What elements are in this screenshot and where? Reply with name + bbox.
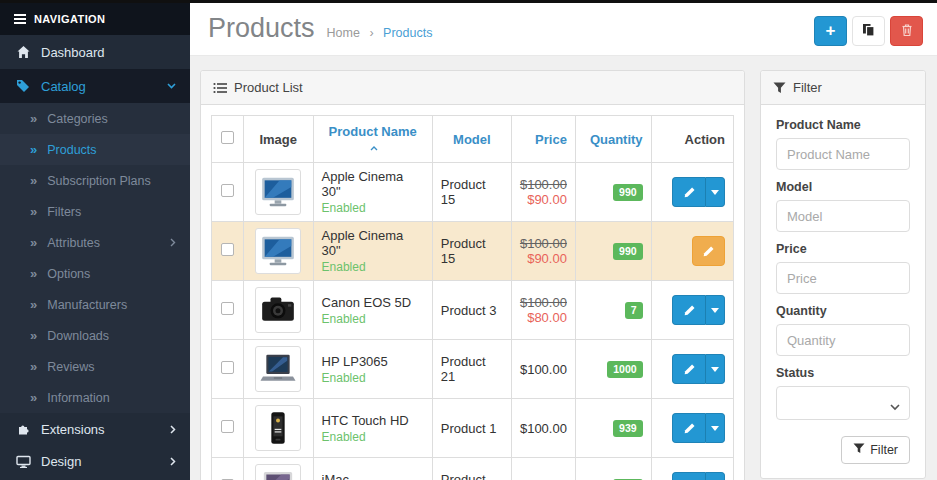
double-angle-icon: »	[30, 204, 37, 219]
row-checkbox[interactable]	[221, 361, 234, 374]
sidebar: NAVIGATION Dashboard Catalog »	[0, 3, 190, 480]
tag-icon	[14, 79, 32, 93]
product-image-apple-cinema	[255, 228, 301, 274]
sidebar-item-information[interactable]: » Information	[0, 382, 190, 413]
price-current: $100.00	[520, 421, 567, 436]
filter-label-model: Model	[776, 180, 910, 194]
sidebar-item-categories[interactable]: » Categories	[0, 103, 190, 134]
product-image-imac	[255, 464, 301, 480]
filter-funnel-icon	[773, 82, 786, 94]
price-old: $100.00	[520, 177, 567, 192]
edit-button-active[interactable]	[692, 236, 725, 266]
edit-button[interactable]	[672, 472, 705, 480]
filter-quantity-input[interactable]	[776, 324, 910, 356]
sidebar-item-label: Categories	[47, 112, 107, 126]
edit-dropdown-caret[interactable]	[705, 177, 725, 207]
filter-model-input[interactable]	[776, 200, 910, 232]
sidebar-item-label: Filters	[47, 205, 81, 219]
quantity-badge: 990	[613, 243, 643, 260]
product-name: iMac	[322, 472, 424, 480]
row-checkbox[interactable]	[221, 243, 234, 256]
sidebar-item-label: Downloads	[47, 329, 109, 343]
chevron-down-icon	[167, 83, 176, 89]
breadcrumb-products[interactable]: Products	[383, 26, 432, 40]
edit-dropdown-caret[interactable]	[705, 354, 725, 384]
double-angle-icon: »	[30, 173, 37, 188]
product-status: Enabled	[322, 201, 424, 215]
sidebar-item-filters[interactable]: » Filters	[0, 196, 190, 227]
delete-button[interactable]	[890, 16, 923, 46]
monitor-icon	[14, 455, 32, 468]
sidebar-item-design[interactable]: Design	[0, 445, 190, 477]
sidebar-item-attributes[interactable]: » Attributes	[0, 227, 190, 258]
column-header-action: Action	[651, 116, 733, 163]
quantity-badge: 1000	[607, 361, 642, 378]
row-checkbox[interactable]	[221, 302, 234, 315]
sidebar-item-manufacturers[interactable]: » Manufacturers	[0, 289, 190, 320]
edit-dropdown-caret[interactable]	[705, 295, 725, 325]
column-header-quantity[interactable]: Quantity	[590, 132, 643, 147]
product-status: Enabled	[322, 312, 424, 326]
sidebar-item-subscription-plans[interactable]: » Subscription Plans	[0, 165, 190, 196]
product-status: Enabled	[322, 430, 424, 444]
double-angle-icon: »	[30, 359, 37, 374]
table-row: HTC Touch HD Enabled Product 1 $100.00 9…	[212, 399, 734, 458]
filter-product-name-input[interactable]	[776, 138, 910, 170]
edit-button[interactable]	[672, 295, 705, 325]
edit-dropdown-caret[interactable]	[705, 413, 725, 443]
product-name: Canon EOS 5D	[322, 295, 424, 310]
quantity-badge: 990	[613, 184, 643, 201]
column-header-model[interactable]: Model	[453, 132, 491, 147]
edit-button[interactable]	[672, 354, 705, 384]
sidebar-item-products[interactable]: » Products	[0, 134, 190, 165]
filter-label-quantity: Quantity	[776, 304, 910, 318]
price-current: $90.00	[520, 192, 567, 207]
sidebar-header-label: NAVIGATION	[34, 13, 105, 25]
filter-label-price: Price	[776, 242, 910, 256]
edit-button[interactable]	[672, 177, 705, 207]
edit-dropdown-caret[interactable]	[705, 472, 725, 480]
filter-funnel-icon	[853, 443, 865, 457]
table-row-highlighted: Apple Cinema 30" Enabled Product 15 $100…	[212, 222, 734, 281]
column-header-product-name[interactable]: Product Name	[329, 124, 417, 139]
double-angle-icon: »	[30, 235, 37, 250]
content-area: Product List Image	[190, 56, 937, 480]
price-current: $100.00	[520, 362, 567, 377]
sidebar-item-dashboard[interactable]: Dashboard	[0, 35, 190, 69]
select-all-checkbox[interactable]	[221, 131, 234, 144]
copy-icon	[862, 23, 875, 40]
breadcrumb-separator: ›	[369, 26, 373, 40]
sidebar-item-label: Dashboard	[41, 45, 105, 60]
row-checkbox[interactable]	[221, 184, 234, 197]
product-model: Product 15	[432, 222, 511, 281]
sidebar-item-label: Design	[41, 454, 81, 469]
row-checkbox[interactable]	[221, 420, 234, 433]
product-name: Apple Cinema 30"	[322, 169, 424, 199]
copy-button[interactable]	[852, 16, 885, 46]
sidebar-item-extensions[interactable]: Extensions	[0, 413, 190, 445]
double-angle-icon: »	[30, 328, 37, 343]
product-status: Enabled	[322, 260, 424, 274]
edit-button[interactable]	[672, 413, 705, 443]
sidebar-item-reviews[interactable]: » Reviews	[0, 351, 190, 382]
table-row: HP LP3065 Enabled Product 21 $100.00 100…	[212, 340, 734, 399]
main-content: Products Home › Products +	[190, 3, 937, 480]
sidebar-item-options[interactable]: » Options	[0, 258, 190, 289]
trash-icon	[901, 23, 913, 40]
table-header-row: Image Product Name Model Price Quantity …	[212, 116, 734, 163]
breadcrumb-home[interactable]: Home	[327, 26, 360, 40]
filter-button[interactable]: Filter	[841, 436, 910, 464]
filter-status-select[interactable]	[776, 386, 910, 420]
sidebar-item-downloads[interactable]: » Downloads	[0, 320, 190, 351]
panel-title: Product List	[234, 80, 303, 95]
chevron-right-icon	[170, 238, 176, 247]
filter-price-input[interactable]	[776, 262, 910, 294]
add-product-button[interactable]: +	[814, 16, 847, 46]
column-header-image: Image	[243, 116, 313, 163]
sidebar-item-label: Reviews	[47, 360, 94, 374]
product-image-htc-phone	[255, 405, 301, 451]
sidebar-item-catalog[interactable]: Catalog	[0, 69, 190, 103]
column-header-price[interactable]: Price	[535, 132, 567, 147]
double-angle-icon: »	[30, 390, 37, 405]
caret-up-icon	[370, 146, 378, 151]
